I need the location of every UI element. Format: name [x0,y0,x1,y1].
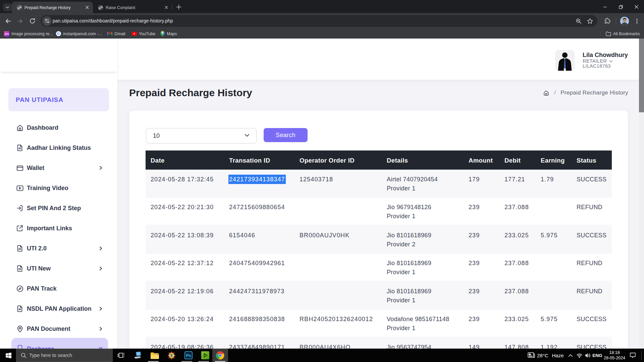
svg-text:JPG: JPG [4,33,9,35]
svg-text:G: G [57,32,60,36]
svg-text:Ps: Ps [186,353,191,358]
